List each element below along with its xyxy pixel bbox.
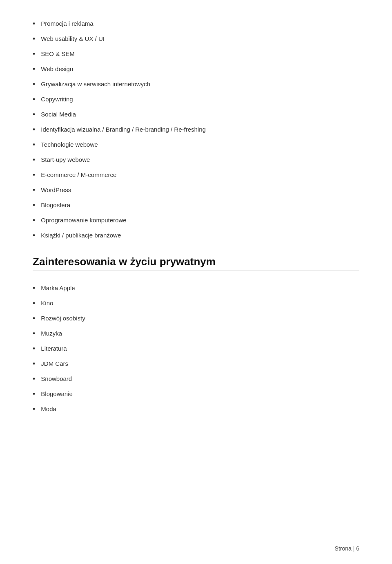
list-item: E-commerce / M-commerce <box>33 168 359 183</box>
list-item: Identyfikacja wizualna / Branding / Re-b… <box>33 122 359 137</box>
list-item: SEO & SEM <box>33 47 359 62</box>
list-item: Social Media <box>33 107 359 122</box>
list-item: Blogosfera <box>33 198 359 213</box>
list-item: Rozwój osobisty <box>33 311 359 326</box>
section-heading: Zainteresowania w życiu prywatnym <box>33 255 359 268</box>
private-list: Marka AppleKinoRozwój osobistyMuzykaLite… <box>33 281 359 417</box>
professional-list: Promocja i reklamaWeb usability & UX / U… <box>33 16 359 243</box>
list-item: Web design <box>33 62 359 77</box>
list-item: Literatura <box>33 341 359 356</box>
list-item: Technologie webowe <box>33 137 359 152</box>
list-item: Start-upy webowe <box>33 152 359 168</box>
list-item: WordPress <box>33 183 359 198</box>
list-item: Oprogramowanie komputerowe <box>33 213 359 228</box>
page-footer: Strona | 6 <box>335 545 359 552</box>
list-item: Snowboard <box>33 372 359 387</box>
list-item: Marka Apple <box>33 281 359 296</box>
list-item: Blogowanie <box>33 387 359 402</box>
list-item: JDM Cars <box>33 356 359 372</box>
list-item: Moda <box>33 402 359 417</box>
list-item: Grywalizacja w serwisach internetowych <box>33 77 359 92</box>
list-item: Muzyka <box>33 326 359 341</box>
page-content: Promocja i reklamaWeb usability & UX / U… <box>0 0 392 462</box>
list-item: Web usability & UX / UI <box>33 31 359 47</box>
section-divider <box>33 271 359 271</box>
page-number: Strona | 6 <box>335 545 359 552</box>
list-item: Promocja i reklama <box>33 16 359 31</box>
list-item: Copywriting <box>33 92 359 107</box>
list-item: Kino <box>33 296 359 311</box>
list-item: Książki / publikacje branżowe <box>33 228 359 243</box>
